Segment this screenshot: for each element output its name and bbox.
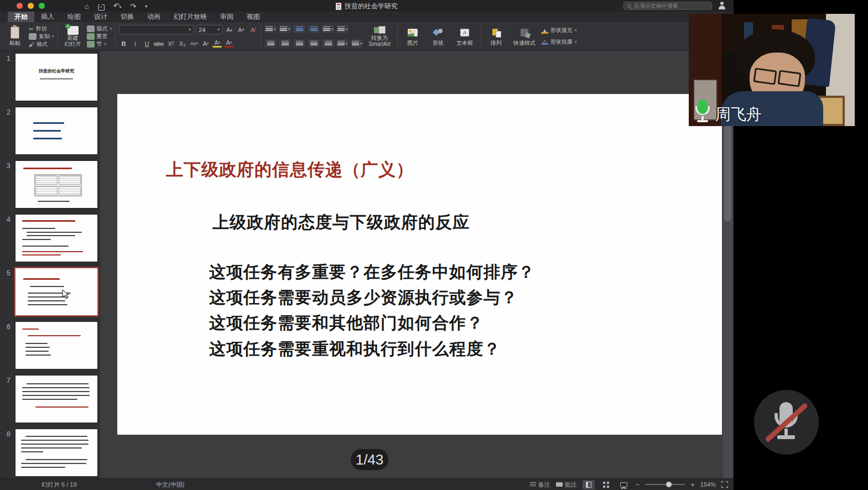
numbering-button[interactable]: ▾ xyxy=(279,25,291,33)
slide-thumbnail-2[interactable] xyxy=(15,107,97,154)
picture-button[interactable]: 图片 xyxy=(401,24,424,49)
increase-indent-button[interactable] xyxy=(308,25,320,33)
section-button[interactable]: 节▾ xyxy=(87,40,112,48)
slideshow-view-button[interactable] xyxy=(618,480,630,489)
quick-access-toolbar: ⌂ ↶▾ ↷ ▾ xyxy=(85,1,147,12)
slide-thumbnail-4[interactable] xyxy=(15,215,97,262)
close-window-button[interactable] xyxy=(17,3,23,9)
save-icon[interactable] xyxy=(98,4,105,11)
character-spacing-button[interactable]: AV▾ xyxy=(189,39,199,48)
bullets-button[interactable]: ▾ xyxy=(264,25,277,33)
slide-canvas[interactable]: 上下级政府的信息传递（广义） 上级政府的态度与下级政府的反应 这项任务有多重要？… xyxy=(117,94,722,435)
quick-styles-button[interactable]: 快速样式 xyxy=(510,24,539,49)
slide-thumbnail-1[interactable]: 扶贫的社会学研究 xyxy=(15,54,97,101)
microphone-mute-button[interactable] xyxy=(754,390,819,455)
slide-thumbnail-5-selected[interactable] xyxy=(15,268,97,315)
slide-question-3[interactable]: 这项任务需要和其他部门如何合作？ xyxy=(209,312,484,335)
arrange-button[interactable]: 排列 xyxy=(485,24,508,49)
shape-outline-button[interactable]: △形状轮廓▾ xyxy=(541,38,577,46)
grow-font-button[interactable]: A▴ xyxy=(225,25,234,34)
slide-body-line[interactable]: 上级政府的态度与下级政府的反应 xyxy=(212,211,470,234)
ribbon: 粘贴 ✂剪切 复制 ▾ 🖌格式 新建幻灯片 版式▾ 重置 节▾ xyxy=(0,22,734,51)
line-spacing-button[interactable]: ▾ xyxy=(322,25,334,33)
slide-sorter-view-button[interactable] xyxy=(600,480,612,489)
cut-button[interactable]: ✂剪切 xyxy=(29,25,54,33)
align-left-button[interactable] xyxy=(264,39,277,48)
slide-thumbnail-3[interactable] xyxy=(15,161,97,208)
layout-button[interactable]: 版式▾ xyxy=(87,25,112,33)
language-indicator[interactable]: 中文(中国) xyxy=(156,481,184,489)
text-direction-button[interactable]: ▾ xyxy=(336,39,349,48)
shape-fill-button[interactable]: ▲形状填充▾ xyxy=(541,27,577,34)
tab-insert[interactable]: 插入 xyxy=(34,12,61,22)
account-icon[interactable] xyxy=(718,1,726,9)
undo-icon[interactable]: ↶▾ xyxy=(113,1,121,12)
shapes-button[interactable]: 形状 xyxy=(427,24,450,49)
customize-toolbar-icon[interactable]: ▾ xyxy=(145,2,147,11)
normal-view-button[interactable] xyxy=(583,480,595,489)
font-color-button[interactable]: A▾ xyxy=(224,39,233,48)
slide-number: 7 xyxy=(7,377,11,384)
slide-title[interactable]: 上下级政府的信息传递（广义） xyxy=(166,158,414,181)
slide-question-4[interactable]: 这项任务需要重视和执行到什么程度？ xyxy=(209,338,501,361)
convert-to-smartart-button[interactable]: 转换为SmartArt xyxy=(365,24,394,49)
zoom-slider-knob[interactable] xyxy=(666,482,672,487)
slide-thumbnail-7[interactable] xyxy=(15,376,97,423)
home-icon[interactable]: ⌂ xyxy=(85,2,89,11)
search-icon xyxy=(627,4,631,8)
slide-question-1[interactable]: 这项任务有多重要？在多任务中如何排序？ xyxy=(209,261,535,284)
tab-animations[interactable]: 动画 xyxy=(141,12,167,22)
zoom-window-button[interactable] xyxy=(39,3,45,9)
bold-button[interactable]: B xyxy=(119,39,128,48)
shrink-font-button[interactable]: A▾ xyxy=(236,25,246,34)
subscript-button[interactable]: X₂ xyxy=(178,39,187,48)
decrease-indent-button[interactable] xyxy=(293,25,305,33)
redo-icon[interactable]: ↷ xyxy=(130,2,136,11)
webcam-video-overlay[interactable]: 周飞舟 xyxy=(689,14,855,126)
columns-button[interactable]: ▾ xyxy=(336,25,349,33)
paste-button[interactable]: 粘贴 xyxy=(3,24,27,49)
new-slide-button[interactable]: 新建幻灯片 xyxy=(61,24,85,49)
highlight-color-button[interactable]: A▾ xyxy=(212,39,222,48)
textbox-button[interactable]: A 文本框 xyxy=(452,24,477,49)
copy-button[interactable]: 复制 ▾ xyxy=(29,33,54,40)
font-name-select[interactable]: ▾ xyxy=(119,25,194,34)
shape-fill-icon: ▲ xyxy=(541,28,548,34)
tab-view[interactable]: 视图 xyxy=(240,12,267,22)
slide-thumbnail-8[interactable] xyxy=(15,429,97,476)
tab-home[interactable]: 开始 xyxy=(8,12,34,22)
font-group: ▾ 24▾ A▴ A▾ A̸ B I U abe X² X₂ AV▾ A▾ A▾… xyxy=(119,24,257,49)
zoom-out-button[interactable]: − xyxy=(636,481,640,489)
tab-design[interactable]: 设计 xyxy=(87,12,114,22)
slide-question-2[interactable]: 这项任务需要动员多少资源执行或参与？ xyxy=(209,286,518,309)
justify-button[interactable] xyxy=(308,39,320,48)
clear-formatting-button[interactable]: A̸ xyxy=(248,25,257,34)
align-right-button[interactable] xyxy=(293,39,305,48)
align-text-button[interactable]: ▾ xyxy=(351,39,363,48)
notes-button[interactable]: 备注 xyxy=(530,481,550,489)
align-center-button[interactable] xyxy=(279,39,291,48)
tab-transitions[interactable]: 切换 xyxy=(114,12,141,22)
fit-slide-icon[interactable] xyxy=(721,481,728,488)
underline-button[interactable]: U xyxy=(142,39,152,48)
document-title: 扶贫的社会学研究 xyxy=(336,2,398,11)
strikethrough-button[interactable]: abe xyxy=(154,39,164,48)
distribute-button[interactable] xyxy=(322,39,334,48)
tab-slideshow[interactable]: 幻灯片放映 xyxy=(167,12,214,22)
zoom-slider[interactable] xyxy=(645,484,685,485)
zoom-percentage[interactable]: 154% xyxy=(700,481,716,488)
slide-thumbnail-6[interactable] xyxy=(15,322,97,369)
copy-icon xyxy=(29,33,37,40)
superscript-button[interactable]: X² xyxy=(166,39,175,48)
italic-button[interactable]: I xyxy=(131,39,140,48)
reset-button[interactable]: 重置 xyxy=(87,33,112,40)
text-effects-button[interactable]: A▾ xyxy=(201,39,210,48)
search-input[interactable]: 在演示文稿中搜索 xyxy=(623,2,712,10)
comments-button[interactable]: 批注 xyxy=(556,481,577,489)
format-painter-button[interactable]: 🖌格式 xyxy=(29,40,54,48)
tab-review[interactable]: 审阅 xyxy=(214,12,240,22)
zoom-in-button[interactable]: + xyxy=(690,481,695,489)
tab-draw[interactable]: 绘图 xyxy=(61,12,87,22)
font-size-select[interactable]: 24▾ xyxy=(196,25,222,34)
minimize-window-button[interactable] xyxy=(28,3,34,9)
